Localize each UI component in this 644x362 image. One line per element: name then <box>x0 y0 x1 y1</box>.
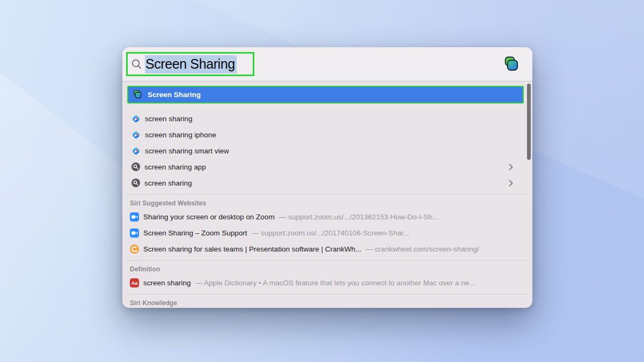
svg-text:Aa: Aa <box>131 280 138 286</box>
suggestion-label: screen sharing iphone <box>145 131 216 139</box>
spotlight-search-bar: Screen Sharing <box>122 47 532 82</box>
website-url: — support.zoom.us/.../201362153-How-Do-I… <box>279 213 438 221</box>
website-result-row[interactable]: Screen sharing for sales teams | Present… <box>122 241 532 257</box>
suggestion-row[interactable]: screen sharing app <box>122 159 532 175</box>
suggestion-row[interactable]: screen sharing iphone <box>122 127 532 143</box>
search-input[interactable]: Screen Sharing <box>145 55 237 73</box>
suggestion-row[interactable]: screen sharing <box>122 175 532 191</box>
website-title: Sharing your screen or desktop on Zoom <box>143 213 275 221</box>
spotlight-window: Screen Sharing Screen Sharing <box>122 47 532 308</box>
definition-term: screen sharing <box>143 279 191 287</box>
crankwheel-icon <box>130 245 139 254</box>
search-icon <box>131 179 140 187</box>
result-top-hit[interactable]: Screen Sharing <box>127 86 524 104</box>
suggestion-label: screen sharing smart view <box>145 147 229 155</box>
definition-result-row[interactable]: Aa screen sharing — Apple Dictionary • A… <box>122 275 532 291</box>
website-result-row[interactable]: Sharing your screen or desktop on Zoom —… <box>122 209 532 225</box>
suggestion-label: screen sharing <box>144 179 192 187</box>
suggestion-label: screen sharing <box>145 115 193 123</box>
website-url: — crankwheel.com/screen-sharing/ <box>365 245 479 253</box>
dictionary-icon: Aa <box>130 278 139 287</box>
search-icon <box>131 162 140 171</box>
chevron-right-icon <box>509 180 513 187</box>
safari-icon <box>131 114 141 123</box>
definition-text: — Apple Dictionary • A macOS feature tha… <box>195 279 475 287</box>
search-suggestions: screen sharing screen sharing iphone <box>122 110 532 191</box>
screen-sharing-app-icon <box>502 55 519 73</box>
website-title: Screen sharing for sales teams | Present… <box>143 245 361 253</box>
section-header-definition: Definition <box>122 261 532 275</box>
results-list: Screen Sharing screen sharing <box>122 86 532 308</box>
safari-icon <box>131 146 141 156</box>
suggestion-row[interactable]: screen sharing smart view <box>122 143 532 159</box>
magnifier-icon <box>131 58 142 70</box>
zoom-icon <box>130 212 139 221</box>
website-url: — support.zoom.us/.../201740106-Screen-S… <box>252 229 409 237</box>
website-result-row[interactable]: Screen Sharing – Zoom Support — support.… <box>122 225 532 241</box>
suggestion-label: screen sharing app <box>144 163 206 171</box>
zoom-icon <box>130 228 139 238</box>
section-header-siri-suggested-websites: Siri Suggested Websites <box>122 195 532 209</box>
chevron-right-icon <box>509 164 513 171</box>
top-hit-label: Screen Sharing <box>148 91 201 99</box>
website-title: Screen Sharing – Zoom Support <box>143 229 247 237</box>
scrollbar[interactable] <box>527 84 531 160</box>
section-header-siri-knowledge: Siri Knowledge <box>122 294 532 308</box>
screen-sharing-app-icon <box>132 90 142 100</box>
suggestion-row[interactable]: screen sharing <box>122 110 532 127</box>
safari-icon <box>131 130 141 139</box>
search-field-annotation-box: Screen Sharing <box>126 52 254 76</box>
